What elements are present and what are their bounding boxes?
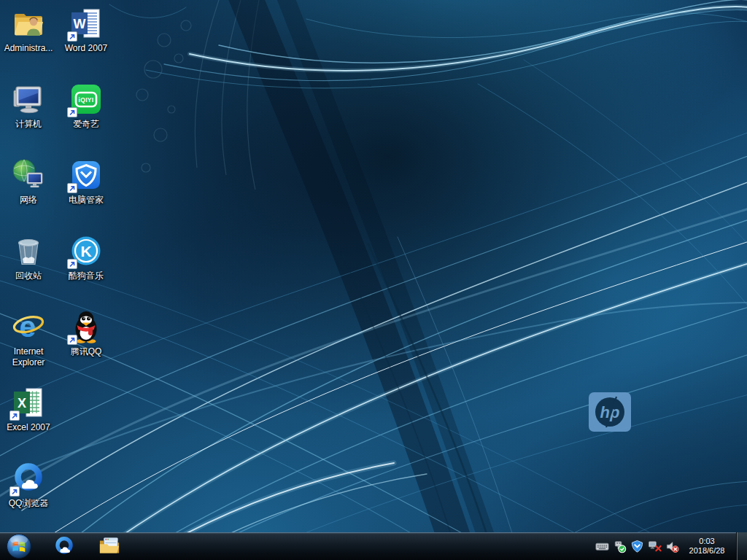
svg-text:iQIYI: iQIYI <box>79 96 94 104</box>
tray-clock-date: 2018/6/28 <box>683 546 731 556</box>
svg-text:X: X <box>18 396 26 411</box>
shortcut-arrow-icon <box>67 31 77 42</box>
network-status-tray-icon[interactable] <box>646 532 663 560</box>
taskbar-explorer-button[interactable] <box>96 534 123 559</box>
desktop-icon-network[interactable]: 网络 <box>0 158 57 206</box>
show-desktop-button[interactable] <box>736 532 747 560</box>
safely-remove-hardware-tray-icon[interactable] <box>611 532 628 560</box>
desktop-icon-label: 计算机 <box>0 119 57 130</box>
desktop-icon-tencent-qq[interactable]: 腾讯QQ <box>58 309 115 357</box>
shortcut-arrow-icon <box>67 259 77 269</box>
input-keyboard-tray-icon[interactable] <box>593 532 611 560</box>
hp-logo: hp <box>589 392 631 432</box>
computer-icon <box>11 82 46 117</box>
pc-manager-tray-icon[interactable] <box>628 532 646 560</box>
windows-orb-icon <box>6 533 32 559</box>
user-folder-icon <box>11 6 46 41</box>
qq-browser-icon <box>53 535 75 557</box>
desktop-icon-word-2007[interactable]: W Word 2007 <box>58 6 115 54</box>
desktop-icon-internet-explorer[interactable]: e Internet Explorer <box>0 309 57 368</box>
network-icon <box>11 158 46 192</box>
shortcut-arrow-icon <box>67 107 77 117</box>
svg-text:e: e <box>20 310 36 343</box>
desktop-icon-label: QQ浏览器 <box>0 498 57 509</box>
tray-clock-time: 0:03 <box>683 537 731 546</box>
shortcut-arrow-icon <box>9 486 20 497</box>
volume-tray-icon[interactable] <box>663 532 681 560</box>
desktop-icon-label: 腾讯QQ <box>58 346 115 357</box>
desktop-icon-pc-manager[interactable]: 电脑管家 <box>58 158 115 206</box>
start-button[interactable] <box>6 533 32 559</box>
desktop-icon-iqiyi[interactable]: iQIYI 爱奇艺 <box>58 82 115 130</box>
svg-text:K: K <box>80 243 91 260</box>
desktop-icon-qq-browser[interactable]: QQ浏览器 <box>0 461 57 509</box>
desktop-icon-label: 酷狗音乐 <box>58 271 115 281</box>
shortcut-arrow-icon <box>9 411 20 421</box>
tray-clock[interactable]: 0:03 2018/6/28 <box>681 537 733 556</box>
desktop-icon-label: 回收站 <box>0 271 57 281</box>
taskbar: 0:03 2018/6/28 <box>0 532 747 560</box>
taskbar-qq-browser-button[interactable] <box>51 534 77 559</box>
desktop-icon-label: 网络 <box>0 195 57 206</box>
desktop-icon-label: Internet Explorer <box>0 346 57 368</box>
desktop-icon-excel-2007[interactable]: X Excel 2007 <box>0 385 57 433</box>
desktop-icon-computer[interactable]: 计算机 <box>0 82 57 130</box>
system-tray: 0:03 2018/6/28 <box>593 532 747 560</box>
internet-explorer-icon: e <box>11 309 46 344</box>
shortcut-arrow-icon <box>67 335 77 345</box>
shortcut-arrow-icon <box>67 183 77 193</box>
desktop-icon-label: Excel 2007 <box>0 422 57 433</box>
desktop-icon-kugou-music[interactable]: K 酷狗音乐 <box>58 233 115 281</box>
desktop[interactable]: hp Administra... W <box>0 0 747 560</box>
desktop-icon-label: Administra... <box>0 43 57 54</box>
desktop-icon-label: 爱奇艺 <box>58 119 115 130</box>
folder-explorer-icon <box>98 535 120 557</box>
desktop-icon-recycle-bin[interactable]: 回收站 <box>0 233 57 281</box>
desktop-icon-label: 电脑管家 <box>58 195 115 206</box>
desktop-icon-label: Word 2007 <box>58 43 115 54</box>
svg-text:W: W <box>74 17 86 31</box>
recycle-bin-icon <box>11 233 46 268</box>
desktop-icon-administrator[interactable]: Administra... <box>0 6 57 54</box>
